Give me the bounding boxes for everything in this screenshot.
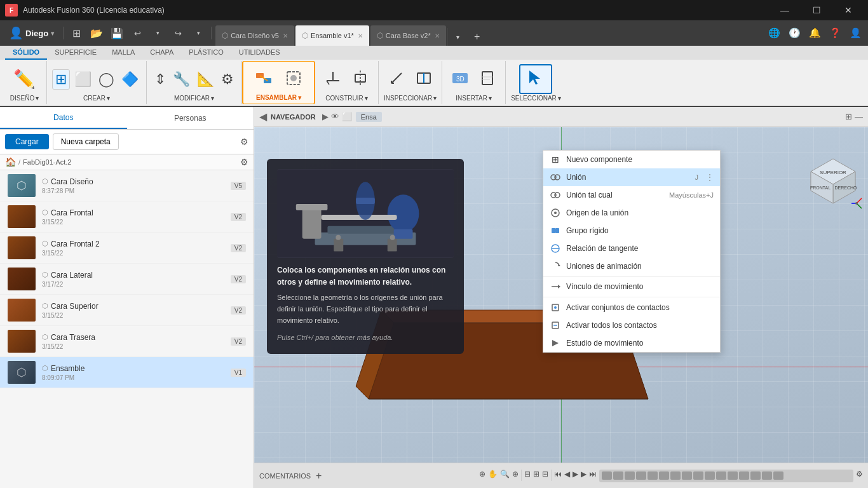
nav-btn-1[interactable]: ⊕ — [479, 470, 485, 482]
union-more-icon[interactable]: ⋮ — [706, 173, 714, 182]
list-item[interactable]: ⬡ Cara Lateral 3/17/22 V2 — [0, 264, 254, 295]
tab-dropdown[interactable]: ▾ — [449, 28, 467, 46]
list-item[interactable]: ⬡ Cara Frontal 3/15/22 V2 — [0, 201, 254, 233]
menu-item-vinculo-movimiento[interactable]: Vínculo de movimiento — [543, 276, 720, 295]
tl-prev[interactable]: ◀ — [564, 470, 570, 482]
ribbon-btn-diseno[interactable]: ✏️ — [8, 66, 41, 92]
menu-item-activar-conjuntos[interactable]: Activar conjuntos de contactos — [543, 299, 720, 316]
ribbon-btn-insertar-svg[interactable] — [475, 67, 500, 92]
ribbon-btn-revolve[interactable]: ◯ — [96, 70, 117, 89]
ribbon-tab-chapa[interactable]: CHAPA — [142, 46, 181, 60]
redo-dropdown[interactable]: ▾ — [189, 24, 207, 42]
ribbon-tab-solido[interactable]: SÓLIDO — [5, 46, 47, 60]
ribbon-tab-malla[interactable]: MALLA — [104, 46, 142, 60]
ribbon-group-construir-label[interactable]: CONSTRUIR ▾ — [325, 95, 367, 102]
ribbon-btn-selector[interactable] — [519, 64, 552, 94]
nav-btn-5[interactable]: ⊟ — [524, 470, 531, 482]
menu-item-origen-union[interactable]: Origen de la unión — [543, 204, 720, 222]
nav-btn-2[interactable]: ✋ — [488, 470, 498, 482]
tab-ensamble[interactable]: ⬡ Ensamble v1* ✕ — [295, 25, 369, 46]
ribbon-tab-superficie[interactable]: SUPERFICIE — [47, 46, 104, 60]
user-menu[interactable]: 👤 Diego ▾ — [4, 24, 59, 43]
view-cube[interactable]: SUPERIOR DERECHO FRONTAL — [804, 152, 862, 210]
nav-btn-3[interactable]: 🔍 — [500, 470, 510, 482]
nav-collapse-icon[interactable]: ◀ — [259, 111, 267, 123]
menu-item-union-tal-cual[interactable]: Unión tal cual Mayúsculas+J — [543, 186, 720, 204]
list-item[interactable]: ⬡ ⬡ Cara Diseño 8:37:28 PM V5 — [0, 170, 254, 201]
maximize-button[interactable]: ☐ — [802, 0, 831, 20]
ribbon-group-diseno-label[interactable]: DISEÑO ▾ — [10, 95, 39, 102]
profile-button[interactable]: 👤 — [846, 24, 864, 42]
list-item[interactable]: ⬡ Cara Frontal 2 3/15/22 V2 — [0, 233, 254, 264]
nav-play-icon[interactable]: ▶ — [322, 112, 329, 121]
menu-item-relacion-tangente[interactable]: Relación de tangente — [543, 240, 720, 257]
user-dropdown-icon[interactable]: ▾ — [51, 30, 54, 37]
tl-play[interactable]: ▶ — [573, 470, 578, 482]
tab-cara-diseno-close[interactable]: ✕ — [283, 32, 288, 39]
nav-dots-icon[interactable]: ⊞ — [845, 112, 852, 121]
ribbon-btn-medir[interactable] — [384, 67, 409, 92]
ribbon-group-crear-label[interactable]: CREAR ▾ — [83, 95, 110, 102]
ribbon-tab-utilidades[interactable]: UTILIDADES — [231, 46, 288, 60]
ribbon-btn-eje[interactable] — [348, 67, 373, 92]
ribbon-btn-press-pull[interactable]: ⇕ — [152, 70, 168, 89]
menu-item-uniones-animacion[interactable]: Uniones de animación — [543, 257, 720, 275]
ribbon-btn-unir[interactable] — [250, 67, 278, 92]
grid-button[interactable]: ⊞ — [67, 24, 85, 42]
ribbon-btn-extrude[interactable]: ⬜ — [72, 70, 94, 89]
close-button[interactable]: ✕ — [834, 0, 863, 20]
ribbon-group-ensamblar-label[interactable]: ENSAMBLAR ▾ — [256, 94, 301, 101]
nav-btn-6[interactable]: ⊞ — [533, 470, 539, 482]
ribbon-btn-chamfer[interactable]: 📐 — [194, 70, 217, 89]
ribbon-group-modificar-label[interactable]: MODIFICAR ▾ — [174, 95, 214, 102]
globe-button[interactable]: 🌐 — [765, 24, 783, 42]
list-item[interactable]: ⬡ Cara Trasera 3/15/22 V2 — [0, 326, 254, 357]
undo-dropdown[interactable]: ▾ — [149, 24, 166, 42]
tab-personas[interactable]: Personas — [127, 107, 254, 129]
nueva-carpeta-button[interactable]: Nueva carpeta — [53, 133, 119, 150]
minimize-button[interactable]: — — [770, 0, 799, 20]
ribbon-btn-nuevo-cuerpo[interactable]: ⊞ — [52, 69, 70, 90]
menu-item-union[interactable]: Unión J ⋮ — [543, 168, 720, 186]
ribbon-group-inspeccionar-label[interactable]: INSPECCIONAR ▾ — [384, 95, 437, 102]
ribbon-btn-fillet[interactable]: 🔧 — [170, 70, 193, 89]
timeline-settings[interactable]: ⚙ — [856, 470, 863, 482]
ribbon-group-seleccionar-label[interactable]: SELECCIONAR ▾ — [511, 95, 561, 102]
nav-ensa-label[interactable]: Ensa — [356, 112, 382, 122]
nav-btn-7[interactable]: ⊟ — [542, 470, 548, 482]
ribbon-group-insertar-label[interactable]: INSERTAR ▾ — [456, 95, 492, 102]
tab-cara-base-close[interactable]: ✕ — [435, 32, 440, 39]
timeline-track[interactable] — [599, 470, 853, 482]
list-item-ensamble[interactable]: ⬡ ⬡ Ensamble 8:09:07 PM V1 — [0, 357, 254, 388]
breadcrumb-path[interactable]: FabDig01-Act.2 — [23, 158, 71, 166]
clock-button[interactable]: 🕐 — [785, 24, 803, 42]
settings-icon[interactable]: ⚙ — [240, 137, 248, 147]
comments-add-icon[interactable]: + — [316, 470, 322, 482]
ribbon-btn-plano[interactable] — [320, 67, 346, 92]
notifications-button[interactable]: 🔔 — [806, 24, 824, 42]
redo-button[interactable]: ↪ — [169, 24, 187, 42]
tab-cara-diseno[interactable]: ⬡ Cara Diseño v5 ✕ — [215, 25, 294, 46]
tab-ensamble-close[interactable]: ✕ — [358, 32, 363, 39]
tab-datos[interactable]: Datos — [0, 107, 127, 129]
ribbon-tab-plastico[interactable]: PLÁSTICO — [181, 46, 231, 60]
save-button[interactable]: 💾 — [108, 24, 126, 42]
ribbon-btn-sweep[interactable]: 🔷 — [119, 70, 141, 89]
ribbon-btn-seccion[interactable] — [411, 67, 437, 92]
viewport[interactable]: ◀ NAVEGADOR ▶ 👁 ⬜ Ensa ⊞ — — [254, 107, 868, 488]
cargar-button[interactable]: Cargar — [5, 134, 49, 149]
breadcrumb-settings-icon[interactable]: ⚙ — [240, 157, 248, 167]
nav-close-icon[interactable]: — — [855, 112, 863, 121]
tab-cara-base[interactable]: ⬡ Cara Base v2* ✕ — [370, 25, 446, 46]
tl-begin[interactable]: ⏮ — [554, 470, 562, 482]
ribbon-btn-insertar-mcad[interactable]: 3D — [447, 67, 473, 92]
ribbon-btn-componente[interactable] — [280, 67, 308, 92]
ribbon-btn-shell[interactable]: ⚙ — [219, 70, 236, 89]
menu-item-nuevo-componente[interactable]: ⊞ Nuevo componente — [543, 151, 720, 168]
menu-item-grupo-rigido[interactable]: Grupo rígido — [543, 222, 720, 240]
nav-filter-icon[interactable]: ⬜ — [342, 112, 352, 121]
nav-eye-icon[interactable]: 👁 — [331, 112, 339, 121]
add-tab-button[interactable]: + — [468, 28, 486, 46]
undo-button[interactable]: ↩ — [128, 24, 146, 42]
home-icon[interactable]: 🏠 — [5, 157, 16, 167]
